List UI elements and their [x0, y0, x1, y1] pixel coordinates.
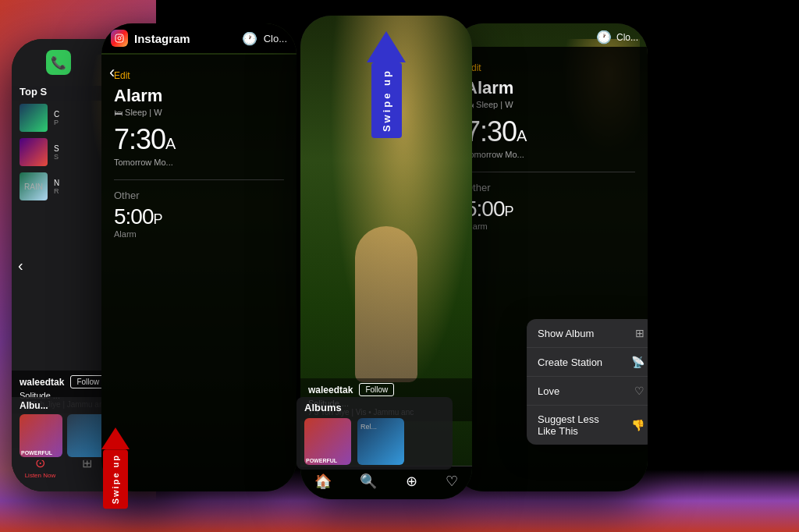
- alarm-time-value-right: 7:30: [465, 115, 517, 147]
- swipe-up-label-blue: Swipe up: [371, 62, 402, 138]
- music-item-title-2: S: [54, 144, 59, 153]
- alarm-sleep-middle: 🛏 Sleep | W: [114, 108, 284, 117]
- alarm-label2-right: Alarm: [465, 222, 635, 231]
- alarm-sleep-label-right: Sleep | W: [476, 100, 513, 109]
- phone-app-icon[interactable]: 📞: [46, 50, 71, 75]
- ig-username-left: waleedtak: [20, 377, 64, 388]
- alarm-tomorrow-middle: Tomorrow Mo...: [114, 158, 284, 167]
- bed-icon-middle: 🛏: [114, 108, 123, 117]
- albums-title-center: Albums: [304, 402, 445, 413]
- ig-follow-button-center[interactable]: Follow: [359, 383, 394, 396]
- svg-point-2: [121, 36, 123, 37]
- context-menu-create-station[interactable]: Create Station 📡: [527, 348, 648, 377]
- alarm-title-right: Alarm: [465, 78, 635, 98]
- instagram-header-middle: Instagram 🕐 Clo...: [101, 23, 297, 53]
- alarm-sleep-right: 🛏 Sleep | W: [465, 100, 635, 109]
- alarm-edit-right[interactable]: Edit: [465, 62, 635, 73]
- clock-icon-middle: 🕐: [242, 31, 257, 46]
- albums-grid-center: POWERFUL Rel...: [304, 418, 445, 465]
- context-menu-show-album[interactable]: Show Album ⊞: [527, 319, 648, 348]
- album-thumb-powerful-center[interactable]: POWERFUL: [304, 418, 351, 465]
- alarm-title-middle: Alarm: [114, 86, 284, 106]
- music-item-sub-1: P: [54, 119, 59, 126]
- ig-username-center: waleedtak: [308, 385, 353, 395]
- arrow-head-red: [101, 427, 130, 449]
- svg-point-1: [118, 37, 121, 40]
- albums-section-center: Albums POWERFUL Rel...: [297, 397, 453, 470]
- alarm-sleep-label: Sleep | W: [125, 108, 162, 117]
- context-menu: Show Album ⊞ Create Station 📡 Love ♡ Sug…: [527, 319, 648, 445]
- insta-header-bar: Instagram 🕐 Clo...: [101, 23, 297, 53]
- music-item-info: S S: [54, 144, 59, 161]
- swipe-up-red-container: Swipe up: [101, 427, 130, 509]
- alarm-time-middle: 7:30A: [114, 123, 284, 156]
- alarm-time-suffix-right: A: [517, 127, 526, 144]
- arrow-head-blue: [367, 31, 406, 62]
- ig-home-icon[interactable]: 🏠: [314, 473, 332, 490]
- alarm-edit-middle[interactable]: Edit: [114, 70, 284, 81]
- alarm-time-value-middle: 7:30: [114, 123, 165, 155]
- suggest-less-label: Suggest Less Like This: [538, 413, 599, 437]
- music-thumb-rain: RAIN: [20, 172, 48, 200]
- right-screen: 🕐 Clo... Edit Alarm 🛏 Sleep | W 7:30A To…: [453, 23, 648, 491]
- ig-search-icon[interactable]: 🔍: [360, 473, 377, 490]
- suggest-less-icon: 👎: [631, 419, 645, 431]
- music-item-title-3: N: [54, 179, 59, 187]
- phone-middle: Instagram 🕐 Clo... Edit Alarm 🛏 Sleep | …: [101, 23, 297, 491]
- ig-heart-icon[interactable]: ♡: [446, 473, 458, 490]
- swipe-up-arrow-blue: Swipe up: [367, 31, 406, 138]
- back-chevron-middle[interactable]: ‹: [109, 62, 115, 83]
- album-thumb-rel-center[interactable]: Rel...: [357, 418, 404, 465]
- person-silhouette-center: [355, 226, 417, 382]
- svg-rect-0: [115, 34, 123, 42]
- alarm-time2-suffix-middle: P: [154, 211, 162, 227]
- create-station-label: Create Station: [538, 356, 602, 368]
- ig-bottom-nav-center: 🏠 🔍 ⊕ ♡: [300, 466, 472, 499]
- context-menu-love[interactable]: Love ♡: [527, 377, 648, 406]
- ig-follow-button-left[interactable]: Follow: [70, 375, 105, 388]
- alarm-other-middle: Other: [114, 190, 284, 201]
- clo-text-right: Clo...: [616, 32, 638, 43]
- music-item-info: N R: [54, 179, 59, 195]
- alarm-overlay-middle: Edit Alarm 🛏 Sleep | W 7:30A Tomorrow Mo…: [101, 55, 297, 491]
- music-thumb-1: [20, 104, 48, 132]
- show-album-icon: ⊞: [635, 327, 645, 339]
- create-station-icon: 📡: [631, 356, 645, 368]
- music-item-title-1: C: [54, 110, 59, 119]
- back-chevron-icon[interactable]: ‹: [18, 257, 23, 275]
- alarm-label2-middle: Alarm: [114, 229, 284, 239]
- context-menu-suggest-less[interactable]: Suggest Less Like This 👎: [527, 406, 648, 445]
- ig-add-icon[interactable]: ⊕: [406, 473, 417, 490]
- instagram-title: Instagram: [134, 32, 190, 45]
- alarm-time-right: 7:30A: [465, 115, 635, 148]
- alarm-other-right: Other: [465, 182, 635, 193]
- alarm-time2-value-middle: 5:00: [114, 204, 154, 229]
- music-item-sub-2: S: [54, 153, 59, 161]
- alarm-divider-right: [465, 172, 635, 172]
- alarm-time2-middle: 5:00P: [114, 204, 284, 229]
- swipe-up-label-red: Swipe up: [103, 449, 128, 509]
- ig-user-row-center: waleedtak Follow: [308, 383, 464, 396]
- alarm-time2-suffix-right: P: [505, 204, 513, 219]
- music-item-info: C P: [54, 110, 59, 126]
- album-thumb-powerful[interactable]: POWERFUL: [20, 414, 62, 457]
- alarm-time-suffix-middle: A: [165, 135, 175, 152]
- instagram-logo-icon: [111, 30, 128, 47]
- music-item-sub-3: R: [54, 187, 59, 195]
- listen-now-label: Listen Now: [25, 472, 56, 479]
- clo-text-middle: Clo...: [264, 33, 287, 44]
- music-thumb-2: [20, 138, 48, 166]
- love-label: Love: [538, 385, 559, 397]
- alarm-divider-middle: [114, 179, 284, 180]
- alarm-time2-right: 5:00P: [465, 197, 635, 222]
- status-bar-right: 🕐 Clo...: [453, 23, 648, 44]
- love-icon: ♡: [634, 385, 645, 397]
- alarm-tomorrow-right: Tomorrow Mo...: [465, 150, 635, 159]
- phone-right: 🕐 Clo... Edit Alarm 🛏 Sleep | W 7:30A To…: [453, 23, 648, 491]
- clock-icon-right: 🕐: [596, 30, 612, 44]
- middle-screen: Instagram 🕐 Clo... Edit Alarm 🛏 Sleep | …: [101, 23, 297, 491]
- show-album-label: Show Album: [538, 328, 594, 339]
